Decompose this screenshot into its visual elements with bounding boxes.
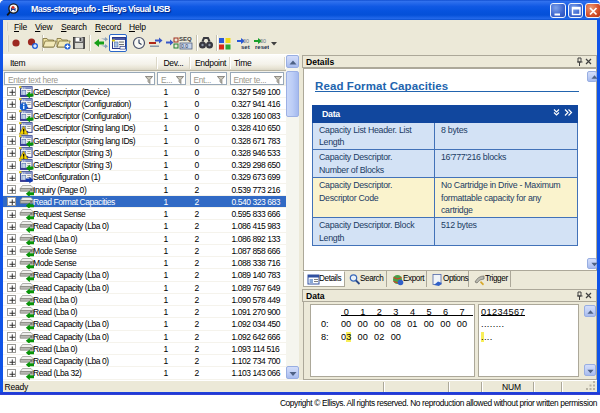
svg-text:set: set xyxy=(241,44,250,50)
svg-text:reset: reset xyxy=(255,44,269,50)
svg-text:SEQ: SEQ xyxy=(179,36,192,42)
svg-text:0.0: 0.0 xyxy=(181,43,188,49)
